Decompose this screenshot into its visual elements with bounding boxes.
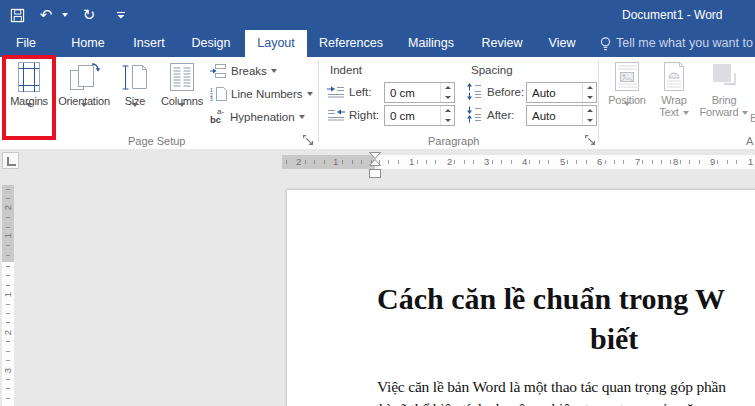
- spacing-before-input[interactable]: [527, 83, 586, 102]
- ruler-row: 2 1 1 2 3 4 5 6 7 8 9 1: [0, 149, 755, 181]
- paragraph-dialog-launcher[interactable]: [584, 134, 596, 146]
- wrap-text-label-line2: Text: [652, 106, 696, 118]
- line-numbers-button[interactable]: 1 2 3 Line Numbers: [210, 86, 313, 102]
- left-indent-marker[interactable]: [370, 170, 381, 178]
- tab-file[interactable]: File: [8, 30, 44, 57]
- ruler-number: 1: [746, 155, 755, 169]
- save-button[interactable]: [0, 0, 34, 30]
- indent-right-label: Right:: [349, 109, 379, 121]
- margins-button[interactable]: Margins: [4, 60, 54, 134]
- spinner-down-button[interactable]: [441, 93, 454, 102]
- tab-references[interactable]: References: [313, 30, 389, 57]
- chevron-down-icon: [26, 103, 32, 119]
- breaks-icon: [210, 64, 227, 78]
- ribbon-tab-bar: File Home Insert Design Layout Reference…: [0, 30, 755, 57]
- ruler-number: 7: [633, 155, 642, 169]
- ruler-number: 1: [407, 155, 416, 169]
- bring-forward-label-line2: Forward: [698, 106, 750, 118]
- spacing-after-label: After:: [487, 109, 514, 121]
- size-button[interactable]: Size: [113, 60, 157, 134]
- group-separator: [318, 60, 319, 142]
- ruler-number: 2: [2, 203, 14, 212]
- spacing-before-field[interactable]: [526, 82, 597, 103]
- spinner-up-button[interactable]: [441, 106, 454, 115]
- orientation-button[interactable]: Orientation: [56, 60, 112, 134]
- undo-dropdown-button[interactable]: [58, 0, 72, 30]
- spinner-down-button[interactable]: [583, 116, 596, 125]
- tab-design[interactable]: Design: [184, 30, 238, 57]
- triangle-up-icon: [445, 86, 451, 89]
- customize-qat-icon: [116, 11, 126, 20]
- columns-icon: [167, 61, 197, 93]
- vertical-ruler[interactable]: 1 2 3: [2, 262, 14, 406]
- wrap-text-button[interactable]: Wrap Text: [652, 60, 696, 134]
- chevron-down-icon: [271, 69, 277, 73]
- ribbon: Margins Orientation Size: [0, 57, 755, 150]
- first-line-indent-marker[interactable]: [370, 153, 381, 159]
- breaks-label: Breaks: [231, 65, 267, 77]
- group-separator: [598, 60, 599, 142]
- document-body-line1: Việc căn lề bản Word là một thao tác qua…: [377, 378, 726, 396]
- indent-right-field[interactable]: [384, 105, 455, 126]
- save-icon: [10, 8, 25, 23]
- tab-layout[interactable]: Layout: [245, 30, 307, 57]
- svg-text:3: 3: [210, 96, 213, 101]
- redo-button[interactable]: ↻: [72, 0, 106, 30]
- spacing-after-field[interactable]: [526, 105, 597, 126]
- chevron-down-icon: [132, 103, 138, 119]
- hyphenation-icon: a- bc: [210, 110, 226, 124]
- redo-icon: ↻: [83, 0, 96, 30]
- undo-button[interactable]: ↶: [34, 0, 58, 30]
- indent-left-input[interactable]: [385, 83, 444, 102]
- columns-button[interactable]: Columns: [157, 60, 207, 134]
- indent-left-label: Left:: [349, 86, 371, 98]
- chevron-down-icon: [307, 92, 313, 96]
- hyphenation-label: Hyphenation: [230, 111, 295, 123]
- spacing-after-input[interactable]: [527, 106, 586, 125]
- ruler-number: 6: [595, 155, 604, 169]
- ruler-number: 9: [708, 155, 717, 169]
- customize-qat-button[interactable]: [106, 0, 136, 30]
- vertical-ruler-margin[interactable]: 2 1: [2, 185, 14, 262]
- tab-stop-selector[interactable]: [2, 152, 19, 169]
- indent-left-field[interactable]: [384, 82, 455, 103]
- tab-review[interactable]: Review: [476, 30, 528, 57]
- tab-home[interactable]: Home: [62, 30, 114, 57]
- spinner-up-button[interactable]: [583, 106, 596, 115]
- spacing-after-spinner: [582, 106, 596, 125]
- tell-me-box[interactable]: Tell me what you want to: [616, 30, 753, 57]
- spinner-up-button[interactable]: [583, 83, 596, 92]
- position-icon: [614, 61, 640, 92]
- horizontal-ruler[interactable]: 1 2 3 4 5 6 7 8 9 1: [375, 155, 755, 169]
- triangle-down-icon: [587, 96, 593, 99]
- spinner-up-button[interactable]: [441, 83, 454, 92]
- page-setup-dialog-launcher[interactable]: [302, 134, 314, 146]
- undo-icon: ↶: [40, 0, 53, 30]
- ruler-number: 2: [294, 155, 303, 169]
- horizontal-ruler-margin[interactable]: 2 1: [282, 155, 375, 169]
- spacing-before-spinner: [582, 83, 596, 102]
- breaks-button[interactable]: Breaks: [210, 63, 277, 79]
- triangle-down-icon: [445, 119, 451, 122]
- position-button[interactable]: Position: [604, 60, 650, 134]
- tab-mailings[interactable]: Mailings: [400, 30, 462, 57]
- triangle-up-icon: [587, 86, 593, 89]
- indent-markers[interactable]: [368, 152, 382, 179]
- tab-view[interactable]: View: [542, 30, 582, 57]
- left-tab-icon: [7, 157, 16, 166]
- chevron-down-icon: [683, 111, 689, 115]
- hyphenation-button[interactable]: a- bc Hyphenation: [210, 109, 305, 125]
- ruler-number: 2: [445, 155, 454, 169]
- spinner-down-button[interactable]: [583, 93, 596, 102]
- indent-right-input[interactable]: [385, 106, 444, 125]
- hanging-indent-marker[interactable]: [370, 160, 381, 166]
- indent-right-icon: [327, 109, 345, 121]
- ruler-number: 1: [2, 231, 14, 240]
- bring-forward-button[interactable]: Bring Forward: [698, 60, 750, 134]
- spinner-down-button[interactable]: [441, 116, 454, 125]
- ruler-number: 2: [2, 328, 14, 337]
- triangle-up-icon: [445, 109, 451, 112]
- document-body-line2: thì sẽ thể hiện tính chuyên nghiệp, tran…: [375, 400, 701, 406]
- spacing-before-icon: [466, 83, 482, 100]
- tab-insert[interactable]: Insert: [124, 30, 174, 57]
